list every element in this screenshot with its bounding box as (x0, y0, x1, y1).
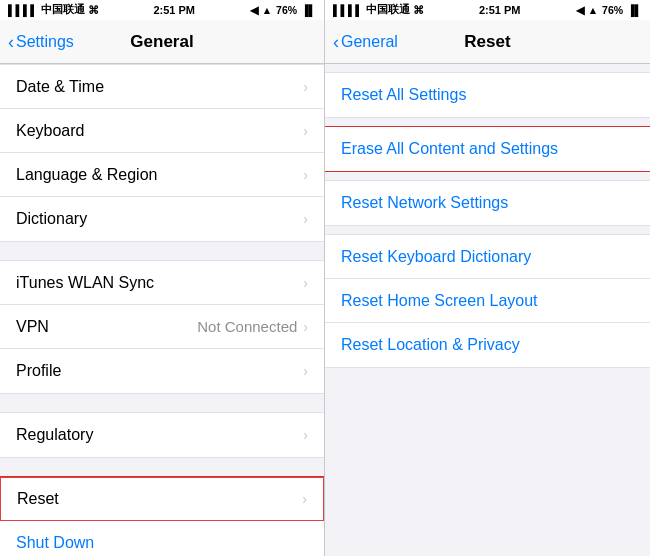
section-block-2: iTunes WLAN Sync › VPN Not Connected › P… (0, 260, 324, 394)
chevron-profile: › (303, 363, 308, 379)
back-chevron-right: ‹ (333, 33, 339, 51)
list-item-dictionary[interactable]: Dictionary › (0, 197, 324, 241)
alarm-icon-left: ▲ (262, 4, 272, 16)
section-3-left: Regulatory › (0, 412, 324, 458)
location-icon-left: ◀ (250, 4, 258, 16)
list-item-language-region[interactable]: Language & Region › (0, 153, 324, 197)
section-block-r3: Reset Network Settings (325, 180, 650, 226)
back-chevron-left: ‹ (8, 33, 14, 51)
battery-icon-right: ▐▌ (627, 4, 642, 16)
nav-bar-right: ‹ General Reset (325, 20, 650, 64)
settings-list-left: Date & Time › Keyboard › Language & Regi… (0, 64, 324, 556)
list-item-vpn[interactable]: VPN Not Connected › (0, 305, 324, 349)
chevron-language-region: › (303, 167, 308, 183)
battery-left: 76% (276, 4, 297, 16)
chevron-regulatory: › (303, 427, 308, 443)
chevron-date-time: › (303, 79, 308, 95)
list-item-keyboard[interactable]: Keyboard › (0, 109, 324, 153)
list-item-erase-all[interactable]: Erase All Content and Settings (325, 127, 650, 171)
time-right: 2:51 PM (479, 4, 521, 16)
right-icons-left: ◀ ▲ 76% ▐▌ (250, 4, 316, 16)
chevron-vpn: › (303, 319, 308, 335)
signal-bars-right: ▌▌▌▌ (333, 4, 363, 16)
right-icons-right: ◀ ▲ 76% ▐▌ (576, 4, 642, 16)
section-4-left: Reset › Shut Down (0, 476, 324, 556)
item-label-reset-home-screen: Reset Home Screen Layout (341, 292, 634, 310)
list-item-reset-keyboard[interactable]: Reset Keyboard Dictionary (325, 235, 650, 279)
carrier-left: ▌▌▌▌ 中国联通 ⌘ (8, 3, 99, 17)
section-block-3: Regulatory › (0, 412, 324, 458)
signal-bars-left: ▌▌▌▌ (8, 4, 38, 16)
gap-2 (0, 394, 324, 412)
battery-icon-left: ▐▌ (301, 4, 316, 16)
gap-r3 (325, 226, 650, 234)
item-label-reset-keyboard: Reset Keyboard Dictionary (341, 248, 634, 266)
list-item-shutdown[interactable]: Shut Down (0, 521, 324, 556)
gap-1 (0, 242, 324, 260)
back-button-left[interactable]: ‹ Settings (8, 33, 74, 51)
item-label-itunes: iTunes WLAN Sync (16, 274, 303, 292)
list-item-regulatory[interactable]: Regulatory › (0, 413, 324, 457)
time-left: 2:51 PM (153, 4, 195, 16)
page-title-right: Reset (464, 32, 510, 52)
section-block-r4: Reset Keyboard Dictionary Reset Home Scr… (325, 234, 650, 368)
item-label-date-time: Date & Time (16, 78, 303, 96)
item-label-dictionary: Dictionary (16, 210, 303, 228)
list-item-reset-location[interactable]: Reset Location & Privacy (325, 323, 650, 367)
right-panel: ▌▌▌▌ 中国联通 ⌘ 2:51 PM ◀ ▲ 76% ▐▌ ‹ General… (325, 0, 650, 556)
status-bar-left: ▌▌▌▌ 中国联通 ⌘ 2:51 PM ◀ ▲ 76% ▐▌ (0, 0, 324, 20)
chevron-keyboard: › (303, 123, 308, 139)
section-4-right: Reset Keyboard Dictionary Reset Home Scr… (325, 234, 650, 368)
chevron-itunes: › (303, 275, 308, 291)
section-1-left: Date & Time › Keyboard › Language & Regi… (0, 64, 324, 242)
item-label-reset-network: Reset Network Settings (341, 194, 634, 212)
section-2-left: iTunes WLAN Sync › VPN Not Connected › P… (0, 260, 324, 394)
list-item-itunes[interactable]: iTunes WLAN Sync › (0, 261, 324, 305)
alarm-icon-right: ▲ (588, 4, 598, 16)
section-block-4: Reset › Shut Down (0, 476, 324, 556)
list-item-profile[interactable]: Profile › (0, 349, 324, 393)
chevron-dictionary: › (303, 211, 308, 227)
settings-list-right: Reset All Settings Erase All Content and… (325, 64, 650, 556)
gap-r0 (325, 64, 650, 72)
item-label-reset-all-settings: Reset All Settings (341, 86, 634, 104)
wifi-icon-left: ⌘ (88, 4, 99, 16)
chevron-reset: › (302, 491, 307, 507)
list-item-date-time[interactable]: Date & Time › (0, 65, 324, 109)
section-block-r1: Reset All Settings (325, 72, 650, 118)
item-label-reset-location: Reset Location & Privacy (341, 336, 634, 354)
item-label-keyboard: Keyboard (16, 122, 303, 140)
item-label-profile: Profile (16, 362, 303, 380)
left-panel: ▌▌▌▌ 中国联通 ⌘ 2:51 PM ◀ ▲ 76% ▐▌ ‹ Setting… (0, 0, 325, 556)
item-value-vpn: Not Connected (197, 318, 297, 335)
item-label-vpn: VPN (16, 318, 197, 336)
section-1-right: Reset All Settings (325, 72, 650, 118)
section-block-1: Date & Time › Keyboard › Language & Regi… (0, 64, 324, 242)
carrier-name-right: 中国联通 (366, 3, 410, 17)
list-item-reset[interactable]: Reset › (0, 477, 324, 521)
item-label-reset: Reset (17, 490, 302, 508)
carrier-name-left: 中国联通 (41, 3, 85, 17)
wifi-icon-right: ⌘ (413, 4, 424, 16)
item-label-shutdown: Shut Down (16, 534, 308, 552)
back-button-right[interactable]: ‹ General (333, 33, 398, 51)
back-label-left: Settings (16, 33, 74, 51)
status-bar-right: ▌▌▌▌ 中国联通 ⌘ 2:51 PM ◀ ▲ 76% ▐▌ (325, 0, 650, 20)
gap-r2 (325, 172, 650, 180)
gap-r1 (325, 118, 650, 126)
section-block-r2: Erase All Content and Settings (325, 126, 650, 172)
item-label-language-region: Language & Region (16, 166, 303, 184)
battery-right: 76% (602, 4, 623, 16)
section-3-right: Reset Network Settings (325, 180, 650, 226)
back-label-right: General (341, 33, 398, 51)
carrier-right: ▌▌▌▌ 中国联通 ⌘ (333, 3, 424, 17)
item-label-erase-all: Erase All Content and Settings (341, 140, 634, 158)
section-2-right: Erase All Content and Settings (325, 126, 650, 172)
list-item-reset-network[interactable]: Reset Network Settings (325, 181, 650, 225)
list-item-reset-home-screen[interactable]: Reset Home Screen Layout (325, 279, 650, 323)
page-title-left: General (130, 32, 193, 52)
location-icon-right: ◀ (576, 4, 584, 16)
list-item-reset-all-settings[interactable]: Reset All Settings (325, 73, 650, 117)
item-label-regulatory: Regulatory (16, 426, 303, 444)
gap-3 (0, 458, 324, 476)
